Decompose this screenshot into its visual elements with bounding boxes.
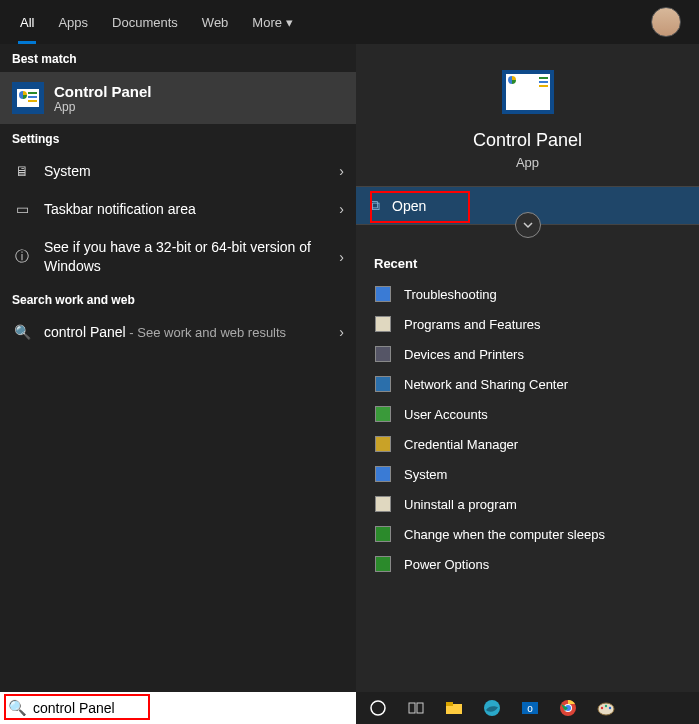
recent-item-devices[interactable]: Devices and Printers — [364, 339, 691, 369]
search-icon: 🔍 — [8, 699, 27, 717]
recent-list: Troubleshooting Programs and Features De… — [356, 279, 699, 579]
svg-point-0 — [371, 701, 385, 715]
search-box[interactable]: 🔍 — [0, 692, 356, 724]
recent-label: Recent — [356, 238, 699, 279]
svg-point-12 — [601, 707, 603, 709]
task-view-icon[interactable] — [398, 694, 434, 722]
tab-all[interactable]: All — [8, 0, 46, 44]
power-icon — [374, 525, 392, 543]
network-icon — [374, 375, 392, 393]
recent-item-credential[interactable]: Credential Manager — [364, 429, 691, 459]
settings-item-system[interactable]: 🖥 System › — [0, 152, 356, 190]
chevron-down-icon: ▾ — [286, 15, 293, 30]
svg-text:o: o — [527, 703, 533, 714]
tab-web[interactable]: Web — [190, 0, 241, 44]
recent-item-troubleshooting[interactable]: Troubleshooting — [364, 279, 691, 309]
recent-item-programs[interactable]: Programs and Features — [364, 309, 691, 339]
paint-icon[interactable] — [588, 694, 624, 722]
svg-point-13 — [605, 705, 607, 707]
search-input[interactable] — [33, 700, 348, 716]
svg-rect-4 — [446, 702, 453, 706]
programs-icon — [374, 315, 392, 333]
troubleshooting-icon — [374, 285, 392, 303]
devices-icon — [374, 345, 392, 363]
recent-item-users[interactable]: User Accounts — [364, 399, 691, 429]
recent-item-uninstall[interactable]: Uninstall a program — [364, 489, 691, 519]
tab-documents[interactable]: Documents — [100, 0, 190, 44]
preview-subtitle: App — [356, 155, 699, 170]
settings-item-bitness[interactable]: ⓘ See if you have a 32-bit or 64-bit ver… — [0, 228, 356, 284]
bottom-bar: 🔍 o — [0, 692, 699, 724]
tab-more[interactable]: More▾ — [240, 0, 305, 44]
settings-item-taskbar[interactable]: ▭ Taskbar notification area › — [0, 190, 356, 228]
power-icon — [374, 555, 392, 573]
uninstall-icon — [374, 495, 392, 513]
results-panel: Best match Control Panel App Settings 🖥 … — [0, 44, 356, 692]
search-web-label: Search work and web — [0, 285, 356, 313]
system-icon — [374, 465, 392, 483]
svg-point-14 — [609, 707, 611, 709]
chrome-icon[interactable] — [550, 694, 586, 722]
taskbar-icon: ▭ — [12, 201, 32, 217]
user-avatar[interactable] — [651, 7, 681, 37]
recent-item-system[interactable]: System — [364, 459, 691, 489]
cortana-icon[interactable] — [360, 694, 396, 722]
control-panel-icon — [12, 82, 44, 114]
recent-item-network[interactable]: Network and Sharing Center — [364, 369, 691, 399]
chevron-right-icon: › — [339, 163, 344, 179]
info-icon: ⓘ — [12, 248, 32, 266]
file-explorer-icon[interactable] — [436, 694, 472, 722]
edge-icon[interactable] — [474, 694, 510, 722]
preview-panel: Control Panel App ⧉ Open Recent Troubles… — [356, 44, 699, 692]
best-match-label: Best match — [0, 44, 356, 72]
chevron-right-icon: › — [339, 324, 344, 340]
best-match-result[interactable]: Control Panel App — [0, 72, 356, 124]
svg-point-11 — [598, 703, 614, 715]
credential-icon — [374, 435, 392, 453]
recent-item-sleep[interactable]: Change when the computer sleeps — [364, 519, 691, 549]
recent-item-power[interactable]: Power Options — [364, 549, 691, 579]
search-icon: 🔍 — [12, 324, 32, 340]
result-title: Control Panel — [54, 83, 152, 100]
chevron-down-icon — [522, 219, 534, 231]
control-panel-icon — [502, 70, 554, 114]
users-icon — [374, 405, 392, 423]
outlook-icon[interactable]: o — [512, 694, 548, 722]
preview-title: Control Panel — [356, 130, 699, 151]
svg-rect-1 — [409, 703, 415, 713]
monitor-icon: 🖥 — [12, 163, 32, 179]
chevron-right-icon: › — [339, 201, 344, 217]
taskbar: o — [356, 692, 699, 724]
search-filter-tabs: All Apps Documents Web More▾ — [0, 0, 699, 44]
tab-apps[interactable]: Apps — [46, 0, 100, 44]
open-icon: ⧉ — [370, 197, 380, 214]
chevron-right-icon: › — [339, 249, 344, 265]
web-search-item[interactable]: 🔍 control Panel - See work and web resul… — [0, 313, 356, 352]
expand-button[interactable] — [515, 212, 541, 238]
svg-rect-2 — [417, 703, 423, 713]
result-subtitle: App — [54, 100, 152, 114]
settings-label: Settings — [0, 124, 356, 152]
